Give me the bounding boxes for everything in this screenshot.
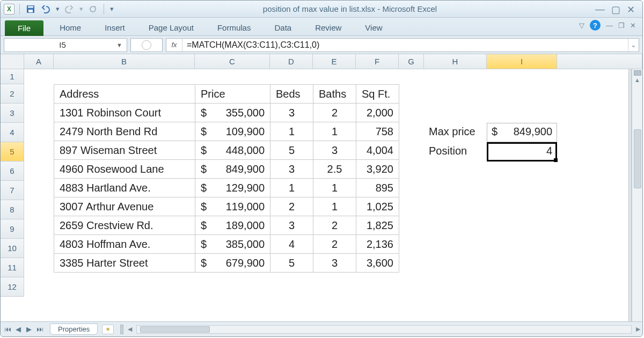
- tab-formulas[interactable]: Formulas: [206, 20, 263, 35]
- cell-sqft[interactable]: 2,000: [356, 104, 399, 122]
- sheet-nav-next-icon[interactable]: ▶: [24, 325, 34, 333]
- workbook-restore-button[interactable]: ❐: [618, 21, 625, 30]
- active-cell[interactable]: 4: [487, 142, 557, 161]
- cell-baths[interactable]: 1: [313, 122, 356, 141]
- vertical-split-bar[interactable]: [628, 69, 632, 321]
- cell-price[interactable]: $189,000: [195, 216, 270, 235]
- col-header-C[interactable]: C: [195, 54, 270, 69]
- cell-beds[interactable]: 5: [270, 141, 313, 160]
- cells-area[interactable]: Address Price Beds Baths Sq Ft. 1301 Rob…: [24, 69, 642, 321]
- cell-beds[interactable]: 5: [270, 254, 313, 273]
- cell-beds[interactable]: 3: [270, 104, 313, 122]
- qat-customize-dropdown[interactable]: ▾: [109, 5, 114, 13]
- cell-address[interactable]: 897 Wiseman Street: [54, 141, 195, 160]
- cell-sqft[interactable]: 895: [356, 179, 399, 197]
- fx-label[interactable]: fx: [166, 39, 182, 52]
- fill-handle[interactable]: [554, 158, 558, 162]
- redo-button[interactable]: [63, 3, 75, 15]
- sheet-tab-properties[interactable]: Properties: [50, 324, 98, 335]
- cell-address[interactable]: 2479 North Bend Rd: [54, 122, 195, 141]
- cell-address[interactable]: 2659 Crestview Rd.: [54, 216, 195, 235]
- file-tab[interactable]: File: [5, 20, 43, 36]
- cell-price[interactable]: $679,900: [195, 254, 270, 273]
- undo-button[interactable]: [40, 3, 52, 15]
- formula-expand-icon[interactable]: ⌄: [628, 39, 639, 52]
- insert-function-icon[interactable]: [142, 40, 151, 50]
- workbook-close-button[interactable]: ✕: [630, 21, 636, 30]
- redo-dropdown[interactable]: ▾: [78, 5, 84, 13]
- row-header-10[interactable]: 10: [1, 239, 24, 258]
- cell-baths[interactable]: 3: [313, 141, 356, 160]
- undo-dropdown[interactable]: ▾: [55, 5, 60, 13]
- tab-home[interactable]: Home: [48, 20, 93, 35]
- cell-address[interactable]: 4960 Rosewood Lane: [54, 160, 195, 179]
- cell-baths[interactable]: 3: [313, 254, 356, 273]
- cell-beds[interactable]: 4: [270, 235, 313, 254]
- cell-sqft[interactable]: 3,920: [356, 160, 399, 179]
- scroll-thumb[interactable]: [634, 129, 641, 188]
- tab-data[interactable]: Data: [262, 20, 303, 35]
- tab-page-layout[interactable]: Page Layout: [137, 20, 206, 35]
- save-button[interactable]: [25, 3, 36, 15]
- formula-input[interactable]: =MATCH(MAX(C3:C11),C3:C11,0): [182, 40, 628, 50]
- tab-view[interactable]: View: [353, 20, 394, 35]
- col-header-D[interactable]: D: [270, 54, 313, 69]
- cell-beds[interactable]: 1: [270, 179, 313, 197]
- row-header-3[interactable]: 3: [1, 104, 24, 123]
- sheet-nav-first-icon[interactable]: ⏮: [3, 325, 12, 333]
- col-header-H[interactable]: H: [424, 54, 487, 69]
- cell-baths[interactable]: 1: [313, 197, 356, 216]
- row-header-1[interactable]: 1: [1, 69, 24, 84]
- cell-sqft[interactable]: 1,025: [356, 197, 399, 216]
- sheet-nav-prev-icon[interactable]: ◀: [13, 325, 23, 333]
- row-header-7[interactable]: 7: [1, 181, 24, 200]
- row-header-2[interactable]: 2: [1, 84, 24, 104]
- col-header-B[interactable]: B: [54, 54, 195, 69]
- col-header-G[interactable]: G: [399, 54, 424, 69]
- cell-baths[interactable]: 2: [313, 216, 356, 235]
- cell-baths[interactable]: 1: [313, 179, 356, 197]
- row-header-12[interactable]: 12: [1, 277, 24, 297]
- ribbon-minimize-icon[interactable]: ▽: [579, 21, 584, 30]
- horizontal-scrollbar[interactable]: ◀ ▶: [120, 325, 642, 334]
- new-sheet-button[interactable]: ✶: [102, 325, 114, 334]
- sheet-nav-buttons[interactable]: ⏮ ◀ ▶ ⏭: [1, 325, 47, 333]
- minimize-button[interactable]: —: [595, 4, 605, 16]
- row-header-11[interactable]: 11: [1, 258, 24, 277]
- cell-price[interactable]: $448,000: [195, 141, 270, 160]
- scroll-left-icon[interactable]: ◀: [126, 326, 134, 333]
- cell-address[interactable]: 3385 Harter Street: [54, 254, 195, 273]
- cell-sqft[interactable]: 758: [356, 122, 399, 141]
- close-button[interactable]: ✕: [627, 4, 635, 16]
- col-header-F[interactable]: F: [356, 54, 399, 69]
- cell-beds[interactable]: 3: [270, 216, 313, 235]
- cell-sqft[interactable]: 4,004: [356, 141, 399, 160]
- name-box-dropdown-icon[interactable]: ▼: [116, 42, 122, 48]
- cell-sqft[interactable]: 2,136: [356, 235, 399, 254]
- hscroll-thumb[interactable]: [140, 326, 210, 333]
- cell-address[interactable]: 1301 Robinson Court: [54, 104, 195, 122]
- select-all-corner[interactable]: [1, 54, 24, 69]
- scroll-right-icon[interactable]: ▶: [634, 326, 642, 333]
- col-header-I[interactable]: I: [487, 54, 557, 69]
- row-header-4[interactable]: 4: [1, 123, 24, 142]
- repeat-button[interactable]: [87, 3, 99, 15]
- cell-sqft[interactable]: 3,600: [356, 254, 399, 273]
- tab-split-handle[interactable]: [120, 325, 123, 334]
- cell-address[interactable]: 4803 Hoffman Ave.: [54, 235, 195, 254]
- cell-price[interactable]: $119,000: [195, 197, 270, 216]
- help-button[interactable]: ?: [590, 20, 601, 31]
- cell-beds[interactable]: 1: [270, 122, 313, 141]
- name-box[interactable]: I5 ▼: [4, 38, 127, 52]
- cell-baths[interactable]: 2.5: [313, 160, 356, 179]
- maximize-button[interactable]: ▢: [611, 4, 620, 16]
- cell-address[interactable]: 3007 Arthur Avenue: [54, 197, 195, 216]
- cell-price[interactable]: $355,000: [195, 104, 270, 122]
- cell-price[interactable]: $849,900: [195, 160, 270, 179]
- cell-price[interactable]: $385,000: [195, 235, 270, 254]
- cell-beds[interactable]: 2: [270, 197, 313, 216]
- sheet-nav-last-icon[interactable]: ⏭: [35, 325, 45, 333]
- cell-beds[interactable]: 3: [270, 160, 313, 179]
- cell-baths[interactable]: 2: [313, 104, 356, 122]
- tab-review[interactable]: Review: [303, 20, 353, 35]
